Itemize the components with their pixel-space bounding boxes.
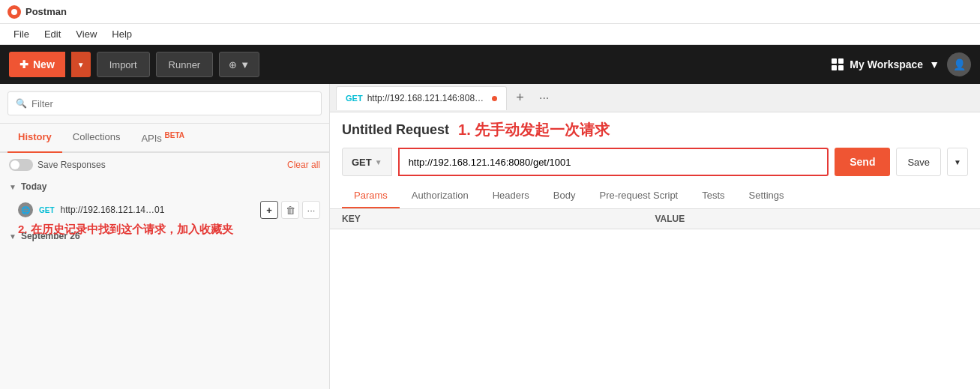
menu-file[interactable]: File (6, 28, 37, 40)
title-bar: Postman (0, 0, 980, 24)
sidebar-search-area: 🔍 (0, 84, 329, 124)
new-dropdown-arrow[interactable]: ▼ (71, 52, 91, 77)
search-input[interactable] (31, 98, 313, 109)
add-tab-button[interactable]: + (510, 88, 531, 109)
workspace-button[interactable]: My Workspace ▼ (832, 58, 940, 70)
workspace-label: My Workspace (850, 58, 923, 70)
main-layout: 🔍 History Collections APIs BETA Save Res… (0, 84, 980, 389)
history-item-get[interactable]: 🌐 GET http://192.168.121.14…01 + 🗑 ··· (0, 196, 329, 223)
extra-dropdown-arrow: ▼ (240, 59, 250, 70)
step1-annotation: 1. 先手动发起一次请求 (458, 120, 610, 140)
request-tabs-bar: GET http://192.168.121.146:8080/ge... + … (330, 84, 980, 112)
content-area: GET http://192.168.121.146:8080/ge... + … (330, 84, 980, 389)
new-button-label: New (33, 58, 55, 70)
extra-button[interactable]: ⊕ ▼ (219, 52, 259, 77)
save-responses-label: Save Responses (37, 160, 106, 170)
toolbar: ✚ New ▼ Import Runner ⊕ ▼ My Workspace ▼… (0, 45, 980, 84)
history-item-globe-icon: 🌐 (18, 202, 33, 217)
menu-bar: File Edit View Help (0, 24, 980, 45)
unsaved-indicator (492, 96, 497, 101)
save-button[interactable]: Save (896, 148, 941, 176)
active-request-tab[interactable]: GET http://192.168.121.146:8080/ge... (336, 86, 507, 110)
tab-method-label: GET (346, 94, 363, 103)
history-item-url: http://192.168.121.14…01 (61, 205, 254, 215)
tab-url-label: http://192.168.121.146:8080/ge... (367, 93, 487, 103)
subtab-prerequest[interactable]: Pre-request Script (587, 184, 690, 208)
today-label: Today (21, 181, 46, 192)
method-value: GET (352, 157, 372, 168)
sidebar-controls: Save Responses Clear all (0, 153, 329, 177)
menu-help[interactable]: Help (104, 28, 139, 40)
new-button[interactable]: ✚ New (9, 52, 65, 77)
key-column-header: KEY (342, 214, 655, 224)
menu-edit[interactable]: Edit (37, 28, 68, 40)
tab-apis[interactable]: APIs BETA (130, 124, 195, 151)
toolbar-right: My Workspace ▼ 👤 (832, 52, 971, 76)
runner-button[interactable]: Runner (156, 52, 214, 77)
today-section-header: ▼ Today (0, 177, 329, 196)
tab-history[interactable]: History (7, 124, 62, 151)
import-button[interactable]: Import (97, 52, 150, 77)
url-bar: GET ▼ Send Save ▼ (342, 148, 968, 176)
request-title: Untitled Request (342, 122, 449, 138)
more-tabs-button[interactable]: ··· (534, 88, 555, 109)
tab-collections[interactable]: Collections (62, 124, 131, 151)
url-input[interactable] (398, 148, 829, 176)
subtab-settings[interactable]: Settings (737, 184, 796, 208)
apis-beta-badge: BETA (164, 131, 184, 139)
postman-logo-icon (7, 5, 21, 19)
workspace-grid-icon (832, 58, 844, 70)
today-arrow-icon: ▼ (9, 183, 16, 191)
request-header: Untitled Request 1. 先手动发起一次请求 (330, 112, 980, 148)
plus-icon: ✚ (19, 58, 28, 70)
app-name: Postman (25, 6, 67, 17)
send-button[interactable]: Send (835, 148, 890, 176)
save-responses-toggle-group: Save Responses (9, 159, 106, 171)
user-icon: 👤 (953, 58, 966, 70)
sidebar: 🔍 History Collections APIs BETA Save Res… (0, 84, 330, 389)
plus-square-icon: ⊕ (229, 59, 237, 70)
delete-history-item-button[interactable]: 🗑 (281, 201, 299, 219)
subtab-authorization[interactable]: Authorization (400, 184, 481, 208)
params-table-header: KEY VALUE (330, 209, 980, 229)
subtab-headers[interactable]: Headers (481, 184, 541, 208)
subtab-tests[interactable]: Tests (690, 184, 736, 208)
request-sub-tabs: Params Authorization Headers Body Pre-re… (330, 184, 980, 209)
subtab-body[interactable]: Body (541, 184, 588, 208)
toolbar-left: ✚ New ▼ Import Runner ⊕ ▼ (9, 52, 259, 77)
clear-all-button[interactable]: Clear all (287, 160, 320, 170)
more-options-button[interactable]: ··· (302, 201, 320, 219)
workspace-arrow: ▼ (929, 58, 940, 70)
value-column-header: VALUE (655, 214, 969, 224)
avatar-button[interactable]: 👤 (947, 52, 971, 76)
method-dropdown-arrow: ▼ (375, 158, 382, 166)
menu-view[interactable]: View (68, 28, 104, 40)
history-item-actions: + 🗑 ··· (260, 201, 320, 219)
app-logo: Postman (7, 5, 67, 19)
search-icon: 🔍 (16, 98, 27, 109)
save-responses-toggle[interactable] (9, 159, 33, 171)
search-box: 🔍 (7, 91, 322, 115)
september-arrow-icon: ▼ (9, 232, 16, 241)
add-to-collection-button[interactable]: + (260, 201, 278, 219)
toggle-knob (10, 160, 19, 169)
step2-annotation: 2. 在历史记录中找到这个请求，加入收藏夹 (18, 223, 233, 237)
save-dropdown-button[interactable]: ▼ (947, 148, 968, 176)
method-badge: GET (39, 206, 55, 214)
subtab-params[interactable]: Params (342, 184, 400, 208)
globe-icon: 🌐 (21, 206, 30, 214)
method-select[interactable]: GET ▼ (342, 148, 392, 176)
sidebar-tabs: History Collections APIs BETA (0, 124, 329, 153)
